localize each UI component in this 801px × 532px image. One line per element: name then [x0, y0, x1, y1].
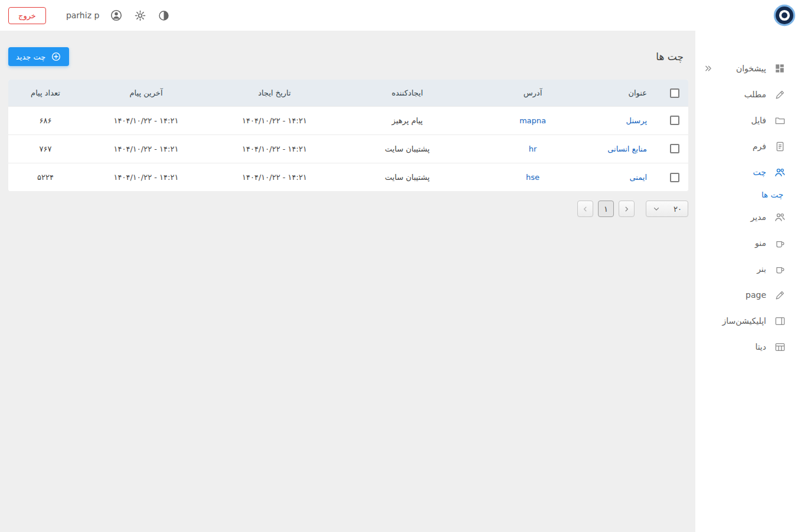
- row-checkbox[interactable]: [670, 144, 679, 153]
- brand-logo[interactable]: [773, 4, 796, 27]
- chat-title-cell: منابع انسانی: [590, 134, 661, 163]
- last-message-date: ۱۴۰۴/۱۰/۲۲ - ۱۴:۲۱: [114, 116, 179, 125]
- sidebar-item-label: مدیر: [751, 212, 766, 222]
- col-header-created-at: تاریخ ایجاد: [210, 80, 339, 106]
- page-size-select[interactable]: ۲۰: [646, 201, 688, 217]
- pen-icon: [774, 289, 786, 301]
- sidebar-item-posts[interactable]: مطلب: [695, 81, 801, 107]
- sidebar-item-label: فایل: [751, 116, 766, 125]
- account-icon[interactable]: [110, 9, 123, 22]
- chat-message-count-cell: ۵۲۲۴: [8, 163, 83, 191]
- chat-address-cell: hse: [475, 163, 590, 191]
- select-all-checkbox[interactable]: [670, 88, 679, 98]
- sidebar-item-label: دیتا: [755, 342, 766, 352]
- top-header: parhiz p خروج: [0, 0, 801, 31]
- sidebar-item-label: اپلیکیشن‌ساز: [722, 316, 766, 326]
- people-icon: [774, 211, 786, 223]
- chat-title-link[interactable]: پرسنل: [626, 116, 647, 125]
- table-row[interactable]: پرسنل mapna پیام پرهیز ۱۴۰۴/۱۰/۲۲ - ۱۴:۲…: [8, 106, 688, 134]
- current-page-button[interactable]: ۱: [598, 201, 614, 217]
- chevron-right-icon: [623, 205, 630, 213]
- chat-creator-cell: پیام پرهیز: [339, 106, 475, 134]
- sidebar-item-label: بنر: [757, 264, 766, 274]
- sidebar: پیشخوان مطلب فایل فرم: [695, 31, 801, 532]
- sidebar-item-label: مطلب: [744, 90, 766, 99]
- logout-button[interactable]: خروج: [8, 7, 46, 24]
- sidebar-subitem-label: چت ها: [761, 190, 783, 199]
- col-header-title: عنوان: [590, 80, 661, 106]
- row-check-cell: [661, 134, 688, 163]
- row-checkbox[interactable]: [670, 173, 679, 182]
- chat-address-link[interactable]: hse: [526, 173, 540, 182]
- table-row[interactable]: ایمنی hse پشتیبان سایت ۱۴۰۴/۱۰/۲۲ - ۱۴:۲…: [8, 163, 688, 191]
- contrast-icon[interactable]: [157, 9, 170, 22]
- sidebar-item-label: چت: [753, 168, 766, 177]
- sidebar-item-label: منو: [755, 238, 766, 248]
- pagination: ۲۰ ۱: [8, 201, 688, 217]
- gear-icon[interactable]: [133, 9, 146, 22]
- chevron-down-icon: [652, 205, 661, 213]
- row-checkbox[interactable]: [670, 116, 679, 125]
- table-row[interactable]: منابع انسانی hr پشتیبان سایت ۱۴۰۴/۱۰/۲۲ …: [8, 134, 688, 163]
- app-root: { "colors": { "accent": "#2196f3", "link…: [0, 0, 801, 532]
- sidebar-item-dashboard[interactable]: پیشخوان: [695, 55, 801, 81]
- created-date: ۱۴۰۴/۱۰/۲۲ - ۱۴:۲۱: [242, 116, 307, 125]
- chat-address-link[interactable]: mapna: [519, 116, 546, 125]
- sidebar-item-label: پیشخوان: [736, 64, 766, 73]
- sidebar-item-page[interactable]: page: [695, 282, 801, 308]
- sidebar-item-admins[interactable]: مدیر: [695, 204, 801, 230]
- last-message-date: ۱۴۰۴/۱۰/۲۲ - ۱۴:۲۱: [114, 145, 179, 153]
- chat-created-cell: ۱۴۰۴/۱۰/۲۲ - ۱۴:۲۱: [210, 106, 339, 134]
- table-header-row: عنوان آدرس ایجادکننده تاریخ ایجاد آخرین …: [8, 80, 688, 106]
- plus-circle-icon: [51, 51, 61, 62]
- dashboard-icon: [774, 63, 786, 74]
- mug-icon: [774, 263, 786, 275]
- username: parhiz p: [66, 11, 99, 20]
- page-title: چت ها: [656, 51, 684, 63]
- window-icon: [774, 315, 786, 327]
- page-head: چت ها چت جدید: [8, 47, 688, 66]
- collapse-sidebar-icon[interactable]: [702, 63, 714, 74]
- form-icon: [774, 140, 786, 152]
- next-page-button[interactable]: [619, 201, 635, 217]
- sidebar-item-label: فرم: [753, 142, 766, 151]
- chat-title-cell: پرسنل: [590, 106, 661, 134]
- chat-created-cell: ۱۴۰۴/۱۰/۲۲ - ۱۴:۲۱: [210, 134, 339, 163]
- chat-last-message-cell: ۱۴۰۴/۱۰/۲۲ - ۱۴:۲۱: [83, 134, 210, 163]
- select-all-cell: [661, 80, 688, 106]
- new-chat-button[interactable]: چت جدید: [8, 47, 69, 66]
- col-header-last-message: آخرین پیام: [83, 80, 210, 106]
- chat-title-link[interactable]: منابع انسانی: [607, 145, 647, 153]
- chat-creator-cell: پشتیبان سایت: [339, 163, 475, 191]
- col-header-address: آدرس: [475, 80, 590, 106]
- chat-message-count-cell: ۶۸۶: [8, 106, 83, 134]
- chat-title-cell: ایمنی: [590, 163, 661, 191]
- content-area: پیشخوان مطلب فایل فرم: [0, 31, 801, 532]
- sidebar-item-appbuilder[interactable]: اپلیکیشن‌ساز: [695, 308, 801, 334]
- col-header-creator: ایجادکننده: [339, 80, 475, 106]
- created-date: ۱۴۰۴/۱۰/۲۲ - ۱۴:۲۱: [242, 145, 307, 153]
- chevron-left-icon: [581, 205, 589, 213]
- chat-address-cell: mapna: [475, 106, 590, 134]
- mug-icon: [774, 237, 786, 249]
- sidebar-item-data[interactable]: دیتا: [695, 334, 801, 360]
- chat-address-link[interactable]: hr: [529, 145, 537, 153]
- sidebar-subitem-chats[interactable]: چت ها: [695, 185, 801, 204]
- sidebar-item-menu[interactable]: منو: [695, 230, 801, 256]
- sidebar-item-banner[interactable]: بنر: [695, 256, 801, 282]
- sidebar-item-files[interactable]: فایل: [695, 107, 801, 133]
- prev-page-button[interactable]: [577, 201, 593, 217]
- col-header-message-count: تعداد پیام: [8, 80, 83, 106]
- chat-creator-cell: پشتیبان سایت: [339, 134, 475, 163]
- main-content: چت ها چت جدید عنوان آدرس ایجادکنن: [0, 31, 695, 532]
- chat-title-link[interactable]: ایمنی: [629, 173, 647, 182]
- row-check-cell: [661, 106, 688, 134]
- last-message-date: ۱۴۰۴/۱۰/۲۲ - ۱۴:۲۱: [114, 173, 179, 182]
- chat-message-count-cell: ۷۶۷: [8, 134, 83, 163]
- folder-icon: [774, 114, 786, 126]
- chat-last-message-cell: ۱۴۰۴/۱۰/۲۲ - ۱۴:۲۱: [83, 106, 210, 134]
- table-icon: [774, 341, 786, 353]
- new-chat-label: چت جدید: [16, 52, 45, 61]
- sidebar-item-forms[interactable]: فرم: [695, 133, 801, 159]
- sidebar-item-chat[interactable]: چت: [695, 159, 801, 185]
